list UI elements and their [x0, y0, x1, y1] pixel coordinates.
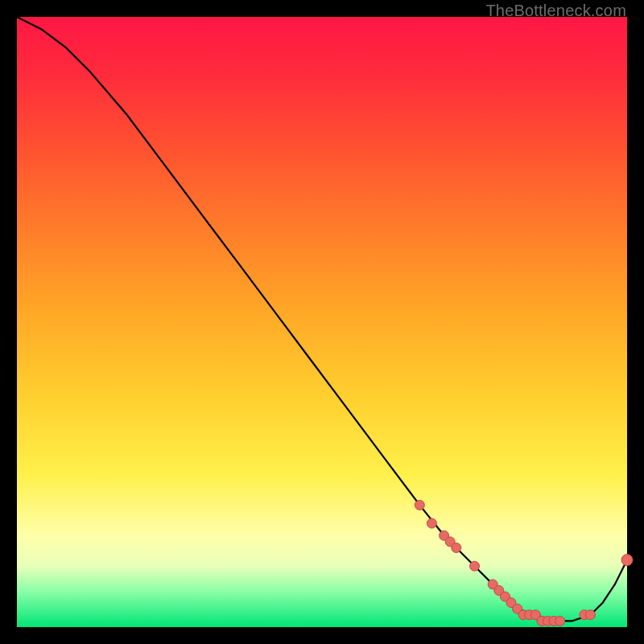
data-point	[621, 555, 633, 566]
data-point	[415, 500, 424, 510]
highlight-dots	[415, 500, 633, 625]
data-point	[452, 543, 461, 553]
curve-line	[17, 17, 627, 621]
data-point	[427, 518, 436, 528]
chart-overlay	[17, 17, 627, 627]
data-point	[555, 616, 565, 625]
data-point	[470, 561, 480, 571]
chart-stage: TheBottleneck.com	[0, 0, 644, 644]
data-point	[586, 610, 596, 620]
